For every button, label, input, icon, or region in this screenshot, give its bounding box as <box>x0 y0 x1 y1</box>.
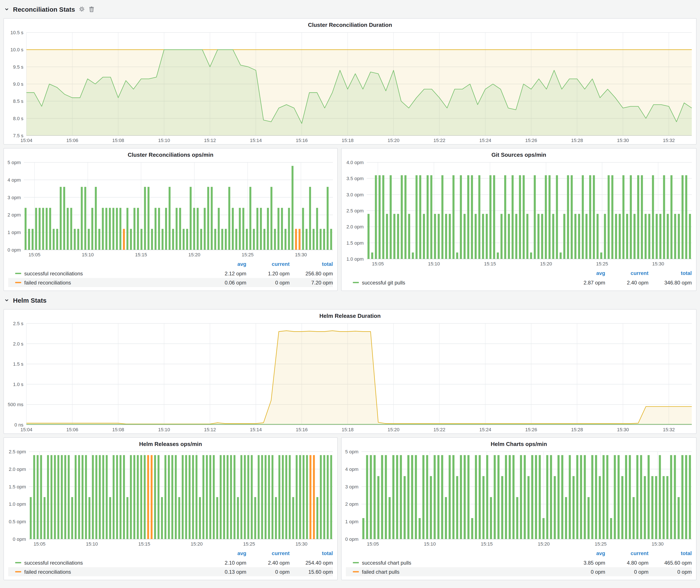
legend-header-avg[interactable]: avg <box>203 261 246 267</box>
legend-value: 2.12 opm <box>203 270 246 276</box>
legend-git-sources: avgcurrenttotalsuccessful git pulls2.87 … <box>342 268 696 291</box>
series-color-icon <box>15 273 21 274</box>
legend-header-total[interactable]: total <box>648 270 692 276</box>
svg-text:1.5 s: 1.5 s <box>13 361 23 367</box>
svg-text:15:22: 15:22 <box>433 138 445 143</box>
svg-text:15:10: 15:10 <box>428 261 440 267</box>
legend-value: 2.40 opm <box>246 560 290 566</box>
panel-title[interactable]: Helm Releases ops/min <box>4 438 337 448</box>
legend-series-name[interactable]: failed reconciliations <box>8 279 203 286</box>
svg-text:15:05: 15:05 <box>372 261 384 267</box>
svg-text:9.0 s: 9.0 s <box>13 81 23 87</box>
legend-series-name[interactable]: successful reconciliations <box>8 270 203 276</box>
svg-text:5 opm: 5 opm <box>345 449 358 454</box>
legend-header-total[interactable]: total <box>648 550 692 556</box>
legend-header-avg[interactable]: avg <box>562 270 605 276</box>
svg-text:5 opm: 5 opm <box>8 160 21 165</box>
svg-text:1 opm: 1 opm <box>345 519 358 524</box>
svg-text:15:28: 15:28 <box>571 138 583 143</box>
panel-title[interactable]: Helm Charts ops/min <box>342 438 696 448</box>
legend-row: successful chart pulls3.85 opm4.80 opm46… <box>346 558 692 567</box>
svg-text:15:30: 15:30 <box>295 252 307 257</box>
chart-cluster-reconciliations-opm[interactable]: 15:0515:1015:1515:2015:2515:305 opm4 opm… <box>4 159 337 258</box>
legend-series-name[interactable]: failed reconciliations <box>8 569 203 575</box>
svg-text:15:10: 15:10 <box>424 541 436 547</box>
chart-helm-releases-opm[interactable]: 15:0515:1015:1515:2015:2515:302.5 opm2.0… <box>4 448 337 548</box>
legend-header-row: avgcurrenttotal <box>346 549 692 558</box>
legend-value: 465.60 opm <box>648 560 692 566</box>
legend-series-name[interactable]: failed chart pulls <box>346 569 562 575</box>
legend-header-current[interactable]: current <box>246 261 290 267</box>
legend-value: 3.85 opm <box>562 560 605 566</box>
svg-text:2.5 opm: 2.5 opm <box>347 208 364 213</box>
panel-title[interactable]: Cluster Reconciliations ops/min <box>4 149 337 159</box>
svg-text:2.0 opm: 2.0 opm <box>9 467 26 472</box>
dashboard-stage: Reconciliation Stats Cluster Reconciliat… <box>0 0 700 588</box>
chart-helm-release-duration[interactable]: 15:0415:0615:0815:1015:1215:1415:1615:18… <box>4 320 696 433</box>
svg-text:15:15: 15:15 <box>135 252 147 257</box>
section-header-helm-stats[interactable]: Helm Stats <box>3 294 697 306</box>
svg-text:3 opm: 3 opm <box>345 484 358 489</box>
legend-value: 254.40 opm <box>290 560 333 566</box>
chevron-down-icon <box>4 7 9 11</box>
svg-text:4 opm: 4 opm <box>345 467 358 472</box>
panel-helm-releases-opm: Helm Releases ops/min 15:0515:1015:1515:… <box>3 437 338 580</box>
svg-text:15:24: 15:24 <box>479 138 491 143</box>
trash-icon[interactable] <box>89 6 95 12</box>
legend-header-avg[interactable]: avg <box>562 550 605 556</box>
legend-header-total[interactable]: total <box>290 550 333 556</box>
svg-text:1.0 opm: 1.0 opm <box>9 501 26 507</box>
section-header-reconciliation-stats[interactable]: Reconciliation Stats <box>3 3 697 15</box>
legend-value: 0.13 opm <box>203 569 246 575</box>
legend-header-current[interactable]: current <box>605 550 648 556</box>
svg-text:3.5 opm: 3.5 opm <box>347 176 364 181</box>
chart-git-sources-opm[interactable]: 15:0515:1015:1515:2015:2515:304.0 opm3.5… <box>342 159 696 268</box>
svg-text:15:30: 15:30 <box>617 138 629 143</box>
legend-row: failed reconciliations0.13 opm0 opm15.60… <box>8 567 333 576</box>
svg-text:15:32: 15:32 <box>663 138 675 143</box>
panel-title[interactable]: Helm Release Duration <box>4 310 696 320</box>
svg-text:15:30: 15:30 <box>652 261 664 267</box>
gear-icon[interactable] <box>79 6 85 12</box>
panel-git-sources-opm: Git Sources ops/min 15:0515:1015:1515:20… <box>341 148 697 291</box>
svg-text:15:20: 15:20 <box>387 427 399 432</box>
svg-text:10.5 s: 10.5 s <box>10 30 23 35</box>
svg-text:1.0 opm: 1.0 opm <box>347 256 364 262</box>
legend-value: 0.06 opm <box>203 279 246 286</box>
svg-text:0 opm: 0 opm <box>8 247 21 253</box>
svg-text:15:06: 15:06 <box>66 427 78 432</box>
svg-text:8.0 s: 8.0 s <box>13 116 23 121</box>
svg-text:8.5 s: 8.5 s <box>13 99 23 104</box>
svg-text:15:30: 15:30 <box>652 541 664 547</box>
panel-title[interactable]: Git Sources ops/min <box>342 149 696 159</box>
legend-value: 256.80 opm <box>290 270 333 276</box>
legend-series-name[interactable]: successful reconciliations <box>8 560 203 566</box>
legend-series-name[interactable]: successful git pulls <box>346 279 562 286</box>
chart-helm-charts-opm[interactable]: 15:0515:1015:1515:2015:2515:305 opm4 opm… <box>342 448 696 548</box>
chart-cluster-reconciliation-duration[interactable]: 15:0415:0615:0815:1015:1215:1415:1615:18… <box>4 29 696 144</box>
svg-text:3 opm: 3 opm <box>8 195 21 200</box>
svg-text:15:30: 15:30 <box>617 427 629 432</box>
svg-text:15:05: 15:05 <box>367 541 379 547</box>
legend-header-current[interactable]: current <box>246 550 290 556</box>
svg-text:15:06: 15:06 <box>66 138 78 143</box>
svg-text:0.5 opm: 0.5 opm <box>9 519 26 524</box>
svg-text:2 opm: 2 opm <box>8 212 21 218</box>
legend-header-row: avgcurrenttotal <box>8 259 333 269</box>
svg-text:15:15: 15:15 <box>484 261 496 267</box>
svg-text:15:10: 15:10 <box>158 427 170 432</box>
svg-text:0 opm: 0 opm <box>13 536 26 542</box>
series-color-icon <box>15 571 21 572</box>
svg-text:15:10: 15:10 <box>86 541 98 547</box>
legend-header-total[interactable]: total <box>290 261 333 267</box>
legend-header-avg[interactable]: avg <box>203 550 246 556</box>
legend-header-current[interactable]: current <box>605 270 648 276</box>
svg-text:4.0 opm: 4.0 opm <box>347 160 364 165</box>
svg-text:15:08: 15:08 <box>112 427 124 432</box>
svg-text:1.0 s: 1.0 s <box>13 382 23 387</box>
svg-text:2.0 s: 2.0 s <box>13 341 23 347</box>
svg-text:15:18: 15:18 <box>342 138 353 143</box>
panel-title[interactable]: Cluster Reconciliation Duration <box>4 19 696 29</box>
svg-text:1.5 opm: 1.5 opm <box>347 240 364 246</box>
legend-series-name[interactable]: successful chart pulls <box>346 560 562 566</box>
